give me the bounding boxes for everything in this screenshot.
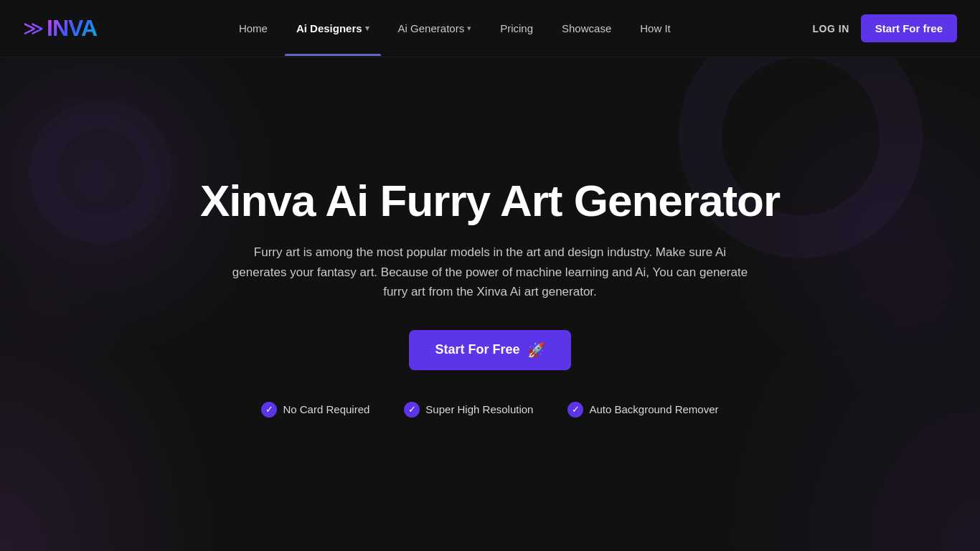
features-row: ✓ No Card Required ✓ Super High Resoluti… <box>200 402 780 418</box>
logo-text: INVA <box>47 15 97 42</box>
nav-how-it[interactable]: How It <box>628 17 682 40</box>
logo[interactable]: ≫ INVA <box>23 15 97 42</box>
feature-no-card: ✓ No Card Required <box>261 402 369 418</box>
hero-content: Xinva Ai Furry Art Generator Furry art i… <box>200 176 780 418</box>
check-icon-bg-remover: ✓ <box>567 402 583 418</box>
nav-ai-generators[interactable]: Ai Generators ▾ <box>387 17 484 40</box>
nav-ai-designers[interactable]: Ai Designers ▾ <box>285 17 381 40</box>
logo-icon: ≫ <box>23 17 44 40</box>
nav-pricing[interactable]: Pricing <box>489 17 545 40</box>
navbar: ≫ INVA Home Ai Designers ▾ Ai Generators… <box>0 0 980 57</box>
chevron-down-icon: ▾ <box>467 24 471 33</box>
hero-description: Furry art is among the most popular mode… <box>232 242 748 301</box>
nav-links: Home Ai Designers ▾ Ai Generators ▾ Pric… <box>97 17 812 40</box>
rocket-icon: 🚀 <box>527 342 545 359</box>
hero-section: Xinva Ai Furry Art Generator Furry art i… <box>0 57 980 551</box>
check-icon-high-res: ✓ <box>404 402 420 418</box>
login-button[interactable]: LOG IN <box>813 23 849 34</box>
nav-right: LOG IN Start For free <box>813 14 957 43</box>
feature-high-res: ✓ Super High Resolution <box>404 402 533 418</box>
hero-bg-left <box>0 264 215 551</box>
hero-title: Xinva Ai Furry Art Generator <box>200 176 780 225</box>
start-free-nav-button[interactable]: Start For free <box>861 14 957 43</box>
circle-decoration-2 <box>29 100 172 244</box>
check-icon-no-card: ✓ <box>261 402 277 418</box>
chevron-down-icon: ▾ <box>365 24 369 33</box>
nav-home[interactable]: Home <box>227 17 279 40</box>
start-free-hero-button[interactable]: Start For Free 🚀 <box>409 330 570 370</box>
nav-showcase[interactable]: Showcase <box>550 17 623 40</box>
feature-bg-remover: ✓ Auto Background Remover <box>567 402 718 418</box>
